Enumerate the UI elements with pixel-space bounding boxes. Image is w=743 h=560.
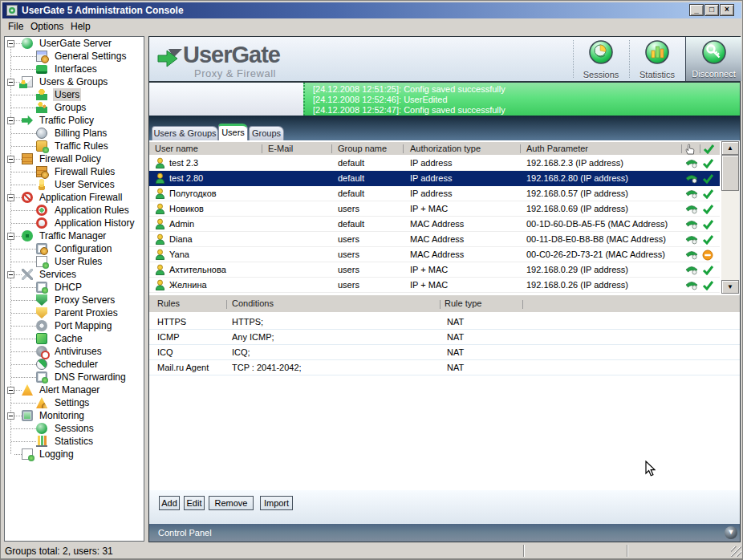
- sidebar-item-user-rules[interactable]: User Rules: [5, 255, 144, 268]
- sessions-button[interactable]: Sessions: [575, 39, 627, 81]
- sidebar-item-traffic-rules[interactable]: Traffic Rules: [5, 140, 144, 152]
- resize-grip[interactable]: [731, 546, 741, 557]
- column-header-rules[interactable]: Rules: [157, 298, 180, 308]
- column-header-authorization-type[interactable]: Authorization type: [410, 144, 481, 153]
- sidebar-group-logging[interactable]: Logging: [5, 448, 144, 461]
- sidebar-item-groups[interactable]: Groups: [5, 101, 144, 114]
- tree-collapse-icon[interactable]: -: [7, 271, 14, 278]
- table-row[interactable]: DianausersMAC Address00-11-D8-E0-B8-B8 (…: [149, 232, 720, 247]
- tab-bar: Users & GroupsUsersGroups: [149, 116, 740, 140]
- sidebar-item-billing-plans[interactable]: Billing Plans: [5, 127, 144, 140]
- general-settings-icon: [36, 51, 47, 62]
- users-table: User nameE-MailGroup nameAuthorization t…: [149, 140, 740, 293]
- hand-column-icon[interactable]: [684, 144, 695, 156]
- log-line: [24.12.2008 12:51:25]: Config saved succ…: [313, 84, 740, 95]
- minimize-button[interactable]: _: [689, 4, 704, 16]
- column-header-conditions[interactable]: Conditions: [232, 298, 274, 308]
- statistics-button-label: Statistics: [631, 70, 683, 79]
- tree-collapse-icon[interactable]: -: [7, 387, 14, 394]
- sidebar-item-application-rules[interactable]: Application Rules: [5, 204, 144, 217]
- sidebar-item-scheduler[interactable]: Scheduler: [5, 358, 144, 371]
- sidebar-item-dns-forwarding[interactable]: DNS Forwarding: [5, 371, 144, 383]
- statistics-button[interactable]: Statistics: [631, 39, 683, 81]
- tree-collapse-icon[interactable]: -: [7, 194, 14, 201]
- column-header-auth-parameter[interactable]: Auth Parameter: [526, 144, 588, 153]
- tree-collapse-icon[interactable]: -: [7, 412, 14, 420]
- menu-help[interactable]: Help: [71, 21, 91, 32]
- sidebar-item-label: Port Mapping: [53, 319, 113, 332]
- sidebar-group-application-firewall[interactable]: -Application Firewall: [5, 191, 144, 204]
- sidebar-item-antiviruses[interactable]: Antiviruses: [5, 345, 144, 358]
- table-row[interactable]: AdmindefaultMAC Address00-1D-60-DB-A5-F5…: [149, 217, 720, 232]
- edit-button[interactable]: Edit: [184, 496, 205, 510]
- add-button[interactable]: Add: [159, 496, 180, 510]
- sidebar-item-user-services[interactable]: User Services: [5, 178, 144, 191]
- sidebar-group-alert-manager[interactable]: -Alert Manager: [5, 383, 144, 396]
- import-button[interactable]: Import: [260, 496, 293, 510]
- table-row[interactable]: АхтительноваusersIP + MAC192.168.0.29 (I…: [149, 262, 720, 278]
- tree-collapse-icon[interactable]: -: [7, 79, 14, 86]
- control-panel-collapse-button[interactable]: ▼: [725, 526, 737, 539]
- tree-collapse-icon[interactable]: -: [7, 40, 14, 47]
- sidebar-item-cache[interactable]: Cache: [5, 332, 144, 345]
- tab-users-groups[interactable]: Users & Groups: [152, 126, 218, 140]
- cell-group-name: default: [338, 171, 364, 185]
- sidebar-item-sessions[interactable]: Sessions: [5, 422, 144, 435]
- cell-group-name: users: [338, 262, 359, 277]
- rule-row[interactable]: ICQICQ;NAT: [149, 345, 740, 360]
- sidebar-item-settings[interactable]: Settings: [5, 396, 144, 409]
- table-row[interactable]: ЖелнинаusersIP + MAC192.168.0.26 (IP add…: [149, 278, 720, 293]
- sidebar-item-statistics[interactable]: Statistics: [5, 435, 144, 448]
- scrollbar-thumb[interactable]: [721, 155, 739, 191]
- sidebar-group-traffic-manager[interactable]: -Traffic Manager: [5, 229, 144, 242]
- control-panel-bar[interactable]: Control Panel ▼: [149, 524, 740, 542]
- sidebar-group-users-groups[interactable]: -Users & Groups: [5, 75, 144, 88]
- menu-file[interactable]: File: [8, 21, 23, 32]
- sidebar-item-proxy-servers[interactable]: Proxy Servers: [5, 294, 144, 306]
- sidebar-item-interfaces[interactable]: Interfaces: [5, 63, 144, 75]
- sidebar-group-traffic-policy[interactable]: -Traffic Policy: [5, 114, 144, 127]
- scroll-down-button[interactable]: ▼: [721, 280, 739, 294]
- remove-button[interactable]: Remove: [209, 496, 254, 510]
- table-row[interactable]: ПолугодковdefaultIP address192.168.0.57 …: [149, 186, 720, 201]
- sidebar-item-configuration[interactable]: Configuration: [5, 242, 144, 255]
- rule-row[interactable]: Mail.ru AgentTCP : 2041-2042;NAT: [149, 360, 740, 375]
- column-header-user-name[interactable]: User name: [155, 144, 198, 153]
- tree-collapse-icon[interactable]: -: [7, 117, 14, 124]
- column-header-rule-type[interactable]: Rule type: [445, 298, 481, 308]
- sidebar-group-services[interactable]: -Services: [5, 268, 144, 281]
- sidebar-group-usergate-server[interactable]: -UserGate Server: [5, 37, 144, 50]
- sidebar-item-users[interactable]: Users: [5, 88, 144, 101]
- tab-groups[interactable]: Groups: [249, 126, 284, 140]
- sidebar-item-port-mapping[interactable]: Port Mapping: [5, 319, 144, 332]
- scroll-up-button[interactable]: ▲: [721, 141, 739, 155]
- tab-users[interactable]: Users: [218, 124, 248, 140]
- alert-settings-icon: [36, 397, 47, 408]
- disconnect-button[interactable]: Disconnect: [685, 37, 741, 81]
- rule-row[interactable]: ICMPAny ICMP;NAT: [149, 330, 740, 345]
- rule-row[interactable]: HTTPSHTTPS;NAT: [149, 314, 740, 330]
- table-row[interactable]: test 2.3defaultIP address192.168.2.3 (IP…: [149, 156, 720, 171]
- table-row[interactable]: YanausersMAC Address00-C0-26-2D-73-21 (M…: [149, 247, 720, 262]
- app-window: UserGate 5 Administration Console _ □ × …: [0, 0, 743, 560]
- cell-user-name: test 2.3: [169, 156, 198, 170]
- tree-collapse-icon[interactable]: -: [7, 233, 14, 240]
- tree-collapse-icon[interactable]: -: [7, 156, 14, 163]
- sidebar-item-application-history[interactable]: Application History: [5, 217, 144, 229]
- column-header-e-mail[interactable]: E-Mail: [268, 144, 293, 153]
- sidebar-item-dhcp[interactable]: DHCP: [5, 281, 144, 294]
- vertical-scrollbar[interactable]: ▲ ▼: [721, 141, 739, 294]
- menu-options[interactable]: Options: [30, 21, 63, 32]
- status-column-icon[interactable]: [703, 144, 715, 156]
- sidebar-group-monitoring[interactable]: -Monitoring: [5, 409, 144, 422]
- close-button[interactable]: ×: [720, 4, 734, 16]
- table-row[interactable]: test 2.80defaultIP address192.168.2.80 (…: [149, 171, 720, 186]
- sidebar-group-firewall-policy[interactable]: -Firewall Policy: [5, 152, 144, 165]
- antiviruses-icon: [36, 346, 47, 357]
- table-row[interactable]: НовиковusersIP + MAC192.168.0.69 (IP add…: [149, 201, 720, 217]
- maximize-button[interactable]: □: [704, 4, 719, 16]
- sidebar-item-parent-proxies[interactable]: Parent Proxies: [5, 306, 144, 319]
- sidebar-item-firewall-rules[interactable]: Firewall Rules: [5, 165, 144, 178]
- column-header-group-name[interactable]: Group name: [338, 144, 387, 153]
- sidebar-item-general-settings[interactable]: General Settings: [5, 50, 144, 63]
